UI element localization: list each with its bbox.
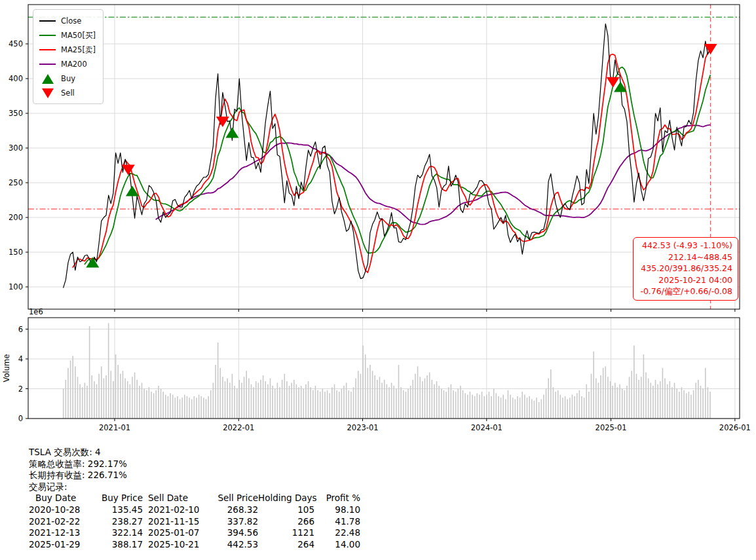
trade-cell: 2021-02-22: [29, 516, 92, 528]
sell-marker: [607, 77, 620, 88]
trade-cell: 105: [258, 504, 314, 516]
volume-offset-label: 1e6: [29, 307, 43, 316]
trade-cell: 394.56: [203, 527, 258, 539]
price-volume-chart: 10015020025030035040045002462021-012022-…: [0, 0, 756, 442]
volume-tick-label: 2: [18, 384, 23, 394]
trade-cell: 322.14: [92, 527, 143, 539]
buy-markers: [86, 82, 627, 268]
close-line: [64, 24, 710, 288]
y-tick-label: 200: [9, 213, 23, 222]
col-holding-days: Holding Days: [258, 493, 314, 504]
legend-item-ma50: MA50[买]: [39, 29, 96, 42]
col-profit: Profit %: [314, 493, 360, 504]
y-tick-label: 100: [9, 282, 23, 291]
trade-cell: 266: [258, 516, 314, 528]
trade-table-header: Buy Date Buy Price Sell Date Sell Price …: [29, 493, 360, 504]
chart-legend: Close MA50[买] MA25[卖] MA200 Buy Sell: [33, 9, 104, 104]
x-tick-label: 2023-01: [347, 423, 379, 432]
strategy-return-line: 策略总收益率: 292.17%: [29, 458, 360, 470]
trade-row: 2025-01-29388.172025-10-21442.5326414.00: [29, 539, 360, 551]
trade-cell: 98.10: [314, 504, 360, 516]
legend-label: Close: [61, 16, 81, 26]
volume-tick-label: 0: [18, 414, 23, 423]
sell-marker: [704, 44, 717, 54]
legend-item-buy: Buy: [39, 72, 96, 85]
y-tick-label: 250: [9, 178, 23, 187]
x-tick-label: 2026-01: [719, 423, 751, 432]
annotation-line-datetime: 2025-10-21 04:00: [640, 274, 732, 286]
legend-item-close: Close: [39, 14, 96, 28]
x-tick-label: 2024-01: [471, 423, 502, 432]
legend-label: MA50[买]: [61, 31, 96, 41]
trade-cell: 2025-01-07: [143, 527, 203, 539]
legend-label: MA200: [61, 60, 87, 69]
price-annotation-box: 442.53 (-4.93 -1.10%) 212.14~488.45 435.…: [633, 237, 738, 301]
trade-cell: 2021-12-13: [29, 527, 92, 539]
tick-marks: [26, 44, 735, 421]
figure: 10015020025030035040045002462021-012022-…: [0, 0, 756, 560]
trade-cell: 1121: [258, 527, 314, 539]
ma25-line-swatch: [39, 49, 56, 50]
trade-cell: 14.00: [314, 539, 360, 551]
legend-item-ma200: MA200: [39, 58, 96, 71]
annotation-line-range: 212.14~488.45: [640, 252, 732, 263]
trade-cell: 268.32: [203, 504, 258, 516]
trade-table-body: 2020-10-28135.452021-02-10268.3210598.10…: [29, 504, 360, 550]
ma200-line: [156, 125, 710, 225]
trade-cell: 41.78: [314, 516, 360, 528]
ma50-line-swatch: [39, 35, 56, 36]
volume-tick-label: 4: [18, 354, 23, 364]
trade-cell: 2025-10-21: [143, 539, 203, 551]
trade-cell: 2021-02-10: [143, 504, 203, 516]
trade-row: 2021-12-13322.142025-01-07394.56112122.4…: [29, 527, 360, 539]
annotation-line-signal: -0.76/偏空/+0.66/-0.08: [640, 286, 732, 297]
sell-triangle-icon: [39, 88, 56, 98]
x-tick-label: 2022-01: [223, 423, 254, 432]
annotation-line-ma: 435.20/391.86/335.24: [640, 263, 732, 274]
trade-row: 2021-02-22238.272021-11-15337.8226641.78: [29, 516, 360, 528]
buy-marker: [225, 128, 238, 138]
gridlines: [28, 5, 740, 419]
annotation-line-price: 442.53 (-4.93 -1.10%): [640, 240, 732, 252]
trade-cell: 2021-11-15: [143, 516, 203, 528]
buy-triangle-icon: [39, 74, 56, 84]
close-line-swatch: [39, 20, 56, 22]
x-tick-label: 2021-01: [99, 423, 130, 432]
sell-markers: [122, 44, 717, 176]
volume-tick-label: 6: [18, 325, 23, 334]
col-buy-date: Buy Date: [29, 493, 92, 504]
legend-item-sell: Sell: [39, 86, 96, 100]
volume-axis-label: Volume: [2, 354, 11, 383]
y-tick-label: 300: [9, 143, 23, 153]
trade-cell: 337.82: [203, 516, 258, 528]
trade-record-title: 交易记录:: [29, 481, 360, 493]
hold-return-line: 长期持有收益: 226.71%: [29, 470, 360, 481]
y-tick-label: 150: [9, 248, 23, 257]
trade-cell: 388.17: [92, 539, 143, 551]
legend-label: Buy: [61, 74, 75, 83]
trade-cell: 2020-10-28: [29, 504, 92, 516]
y-tick-label: 400: [9, 74, 23, 83]
ma200-line-swatch: [39, 64, 56, 65]
strategy-summary: TSLA 交易次数: 4 策略总收益率: 292.17% 长期持有收益: 226…: [29, 447, 360, 550]
y-tick-label: 450: [9, 39, 23, 48]
trade-count-line: TSLA 交易次数: 4: [29, 447, 360, 458]
trade-cell: 238.27: [92, 516, 143, 528]
trade-cell: 264: [258, 539, 314, 551]
col-buy-price: Buy Price: [92, 493, 143, 504]
legend-label: Sell: [61, 88, 75, 98]
trade-cell: 2025-01-29: [29, 539, 92, 551]
trade-row: 2020-10-28135.452021-02-10268.3210598.10: [29, 504, 360, 516]
trade-cell: 22.48: [314, 527, 360, 539]
col-sell-date: Sell Date: [143, 493, 203, 504]
col-sell-price: Sell Price: [203, 493, 258, 504]
trade-cell: 442.53: [203, 539, 258, 551]
volume-bars: [63, 323, 711, 419]
legend-label: MA25[卖]: [61, 45, 96, 55]
trade-cell: 135.45: [92, 504, 143, 516]
y-tick-label: 350: [9, 109, 23, 118]
legend-item-ma25: MA25[卖]: [39, 43, 96, 56]
x-tick-label: 2025-01: [595, 423, 627, 432]
